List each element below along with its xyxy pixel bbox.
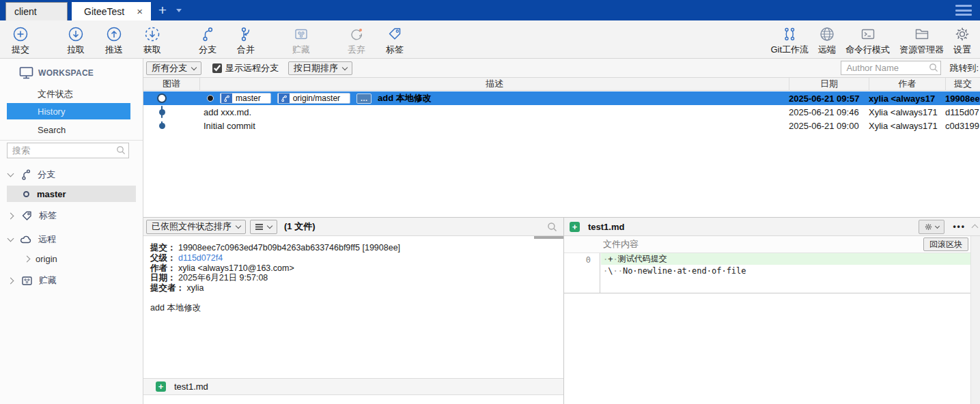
search-icon[interactable] [547,222,557,232]
tab-client[interactable]: client [5,2,68,20]
diff-line-added[interactable]: ·+·测试代码提交 [601,253,970,265]
chevron-down-icon [8,235,14,242]
sidebar-search-box [7,143,129,158]
list-view-icon [255,224,263,225]
vertical-scrollbar[interactable] [970,236,980,404]
cloud-icon [20,233,33,246]
remote-button[interactable]: 远端 [813,25,841,55]
branch-ring-icon [23,191,29,197]
stash-icon [20,274,33,287]
commit-author: xylia <always17 [869,93,945,104]
rollback-hunk-button[interactable]: 回滚区块 [923,237,968,251]
diff-line-meta[interactable]: ·\··No·newline·at·end·of·file [601,265,970,276]
sidebar-item-history[interactable]: History [7,103,130,119]
diff-file-name: test1.md [588,222,624,232]
tree-item-origin[interactable]: origin [0,251,143,266]
fetch-button[interactable]: 获取 [133,25,171,55]
parent-commit-link[interactable]: d115d072f4 [178,253,223,263]
commit-author: Xylia <always171 [869,107,945,117]
more-options-button[interactable]: ••• [953,222,966,231]
tag-icon [386,25,404,44]
diff-sign: \ [608,266,613,276]
close-icon[interactable]: × [135,6,144,16]
workspace-label: WORKSPACE [38,68,94,78]
author-value: xylia <always1710@163.com> [178,263,294,273]
new-tab-button[interactable]: + [154,1,171,19]
monitor-icon [19,66,33,80]
commit-date: 2025-06-21 09:46 [789,107,869,117]
jump-to-label: 跳转到: [949,62,979,74]
file-count-label: (1 文件) [284,220,316,233]
diff-section-header: 文件内容 回滚区块 [564,236,970,253]
file-list-item[interactable]: + test1.md [143,378,563,395]
history-column-header: 图谱 描述 日期 作者 提交 [143,77,980,91]
branch-icon [20,169,32,181]
push-button[interactable]: 推送 [95,25,133,55]
column-header-date[interactable]: 日期 [789,78,869,90]
settings-button[interactable]: 设置 [949,25,976,55]
column-header-graph[interactable]: 图谱 [143,78,199,90]
view-mode-dropdown[interactable] [250,220,277,234]
line-number: 0 [586,255,591,265]
push-icon [105,25,123,44]
commit-hash: d115d07 [945,107,980,117]
git-workflow-button[interactable]: Git工作流 [766,25,813,55]
added-file-icon: + [570,222,580,232]
gear-icon [924,222,933,231]
sidebar-item-file-status[interactable]: 文件状态 [0,87,143,102]
author-name-input[interactable] [841,61,941,75]
diff-text: No·newline·at·end·of·file [623,266,746,276]
explorer-button[interactable]: 资源管理器 [895,25,949,55]
commit-button[interactable]: 提交 [1,25,40,55]
scroll-up-icon[interactable] [972,222,977,232]
column-header-author[interactable]: 作者 [869,78,945,90]
branch-button[interactable]: 分支 [188,25,227,55]
merge-button[interactable]: 合并 [227,25,265,55]
sidebar-divider [0,140,143,141]
column-header-commit[interactable]: 提交 [945,78,980,90]
graph-node-head [157,93,167,103]
tab-list-caret-icon[interactable] [176,9,182,12]
sidebar-item-search[interactable]: Search [0,122,143,137]
search-input[interactable] [7,143,129,158]
diff-options-button[interactable] [919,220,944,234]
chevron-down-icon [191,64,197,70]
branch-badge-master[interactable]: master [220,93,271,104]
diff-text: 测试代码提交 [618,253,667,265]
toolbar: 提交 拉取 推送 获取 分支 合并 贮藏 丢弃 标签 Git工作流 [0,20,980,59]
commit-hash: c0d3199 [945,121,980,131]
more-refs-badge[interactable]: … [356,93,372,104]
menu-icon[interactable] [955,5,972,16]
column-header-description[interactable]: 描述 [199,78,789,90]
stash-button[interactable]: 贮藏 [282,25,320,55]
commit-row[interactable]: add xxx.md. 2025-06-21 09:46 Xylia <alwa… [143,105,980,119]
tree-group-stash[interactable]: 贮藏 [0,273,143,288]
discard-button[interactable]: 丢弃 [337,25,376,55]
commit-hash: 19908ee [945,93,980,104]
diff-content: ·+·测试代码提交 ·\··No·newline·at·end·of·file [601,253,970,276]
chevron-right-icon [24,255,31,262]
tab-giteetest[interactable]: GiteeTest × [72,2,151,20]
gear-icon [953,25,971,44]
sort-by-date-dropdown[interactable]: 按日期排序 [288,61,352,75]
branch-badge-origin-master[interactable]: origin/master [277,93,350,104]
diff-panel: + test1.md ••• 文件内容 回滚区块 0 ·+·测试代码提交 ·\·… [563,217,980,404]
tree-item-master[interactable]: master [7,186,136,202]
tree-group-branches[interactable]: 分支 [0,167,143,182]
commit-row[interactable]: master origin/master … add 本地修改 2025-06-… [143,91,980,105]
merge-icon [237,25,255,44]
branch-filter-dropdown[interactable]: 所有分支 [146,61,201,75]
show-remote-branches-checkbox[interactable] [212,63,222,73]
commit-row[interactable]: Initial commit 2025-06-21 09:00 Xylia <a… [143,119,980,132]
file-sort-dropdown[interactable]: 已依照文件状态排序 [146,220,246,234]
tree-group-remotes[interactable]: 远程 [0,232,143,247]
command-line-button[interactable]: 命令行模式 [841,25,895,55]
tree-group-tags[interactable]: 标签 [0,208,143,223]
tag-button[interactable]: 标签 [376,25,414,55]
date-value: 2025年6月21日 9:57:08 [178,273,268,283]
pull-button[interactable]: 拉取 [57,25,95,55]
folder-icon [913,25,931,44]
scrollbar-thumb[interactable] [534,236,563,239]
committer-value: xylia [186,283,204,293]
head-indicator-icon [207,95,214,102]
